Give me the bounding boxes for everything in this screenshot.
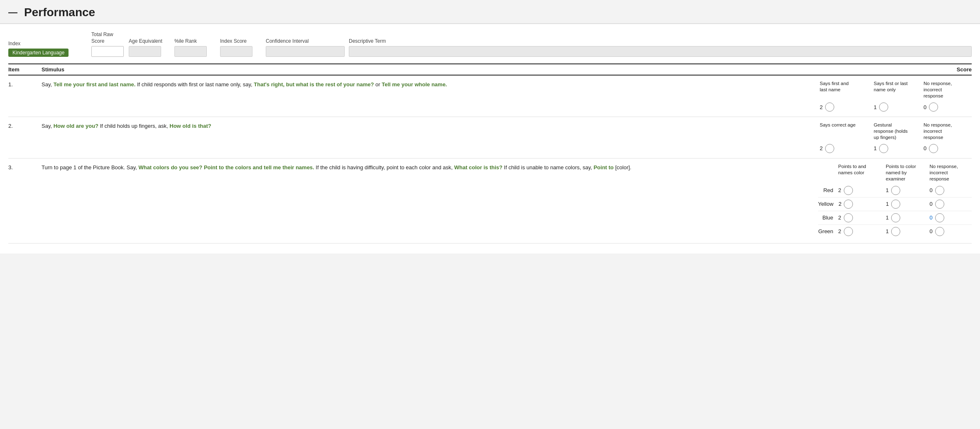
radio-blue-a[interactable]	[844, 213, 853, 222]
color-label-yellow: Yellow	[818, 201, 837, 207]
index-row: Index Kindergarten Language Total Raw Sc…	[8, 32, 972, 59]
stimulus-text: If child is unable to name colors, say,	[502, 164, 593, 171]
score-cell-3: Points to andnames color Points to color…	[818, 163, 972, 238]
age-equiv-label: Age Equivalent	[129, 38, 174, 45]
col-total-raw: Total Raw Score	[91, 32, 129, 57]
page-title: Performance	[24, 6, 95, 19]
score-opt-label-1b: Says first or lastname only	[872, 80, 922, 99]
score-num: 0	[924, 145, 926, 151]
radio-2b[interactable]	[879, 144, 888, 153]
score-num: 2	[838, 201, 841, 207]
score-val-green-c: 0	[928, 227, 972, 236]
col-index-score: Index Score	[220, 38, 266, 57]
col-descriptive: Descriptive Term	[349, 38, 972, 57]
stimulus-text: If the child is having difficulty, point…	[314, 164, 454, 171]
score-num: 2	[838, 187, 841, 193]
score-num: 0	[924, 104, 926, 110]
color-row-red: Red 2 1 0	[818, 184, 972, 197]
table-row: 1. Say, Tell me your first and last name…	[8, 76, 972, 117]
col-pctile: %ile Rank	[174, 38, 220, 57]
th-stimulus: Stimulus	[42, 66, 818, 73]
col-index: Index Kindergarten Language	[8, 41, 91, 57]
stimulus-bold-6: What colors do you see? Point to the col…	[138, 164, 314, 171]
score-num: 0	[930, 201, 933, 207]
score-num: 1	[874, 145, 877, 151]
radio-blue-b[interactable]	[891, 213, 900, 222]
score-opt-label-2c: No response,incorrectresponse	[922, 122, 972, 141]
score-val-yellow-b: 1	[884, 200, 928, 209]
stimulus-bold-8: Point to	[593, 164, 613, 171]
score-opt-label-1c: No response,incorrectresponse	[922, 80, 972, 99]
radio-yellow-a[interactable]	[844, 200, 853, 209]
radio-1c[interactable]	[929, 102, 938, 112]
score-val-2c: 0	[922, 144, 972, 153]
table-row: 3. Turn to page 1 of the Picture Book. S…	[8, 158, 972, 244]
stimulus-bold-2: That's right, but what is the rest of yo…	[254, 81, 374, 88]
score-opt-label-3b: Points to colornamed byexaminer	[884, 163, 928, 182]
radio-1b[interactable]	[879, 102, 888, 112]
stimulus-bold-5: How old is that?	[169, 123, 211, 129]
score-val-1a: 2	[818, 102, 872, 112]
score-num: 1	[886, 201, 889, 207]
stimulus-bold-1: Tell me your first and last name.	[54, 81, 136, 88]
stimulus-text: or	[374, 81, 382, 88]
index-label: Index	[8, 41, 91, 47]
radio-green-c[interactable]	[935, 227, 944, 236]
color-spacer	[818, 163, 837, 182]
th-item: Item	[8, 66, 42, 73]
col-age-equiv: Age Equivalent	[129, 38, 174, 57]
stimulus-text: If child responds with first or last nam…	[135, 81, 254, 88]
score-num: 1	[886, 187, 889, 193]
item-number-2: 2.	[8, 122, 42, 129]
score-val-green-b: 1	[884, 227, 928, 236]
radio-red-b[interactable]	[891, 186, 900, 195]
score-opt-label-3c: No response,incorrectresponse	[928, 163, 972, 182]
radio-1a[interactable]	[825, 102, 834, 112]
total-raw-input[interactable]	[91, 46, 124, 57]
score-val-1c: 0	[922, 102, 972, 112]
color-label-red: Red	[818, 187, 837, 193]
score-val-blue-b: 1	[884, 213, 928, 222]
stimulus-text: Say,	[42, 81, 54, 88]
score-opt-label-2a: Says correct age	[818, 122, 872, 141]
col-confidence: Confidence Interval	[266, 38, 349, 57]
total-raw-label: Total Raw Score	[91, 32, 129, 44]
score-opts-header: Says first andlast name Says first or la…	[818, 80, 972, 99]
index-tag[interactable]: Kindergarten Language	[8, 49, 69, 57]
radio-yellow-c[interactable]	[935, 200, 944, 209]
score-num: 2	[838, 228, 841, 234]
radio-red-c[interactable]	[935, 186, 944, 195]
radio-red-a[interactable]	[844, 186, 853, 195]
stimulus-2: Say, How old are you? If child holds up …	[42, 122, 818, 130]
radio-blue-c[interactable]	[935, 213, 944, 222]
score-opts-header-2: Says correct age Gesturalresponse (holds…	[818, 122, 972, 141]
radio-yellow-b[interactable]	[891, 200, 900, 209]
score-num: 2	[838, 214, 841, 221]
age-equiv-input	[129, 46, 161, 57]
radio-2c[interactable]	[929, 144, 938, 153]
score-val-yellow-c: 0	[928, 200, 972, 209]
index-score-input	[220, 46, 252, 57]
stimulus-bold-7: What color is this?	[454, 164, 502, 171]
color-row-blue: Blue 2 1 0	[818, 211, 972, 225]
stimulus-1: Say, Tell me your first and last name. I…	[42, 80, 818, 89]
confidence-label: Confidence Interval	[266, 38, 349, 45]
score-num: 1	[886, 214, 889, 221]
stimulus-3: Turn to page 1 of the Picture Book. Say,…	[42, 163, 818, 172]
item-number-3: 3.	[8, 163, 42, 171]
th-score: Score	[818, 66, 972, 73]
score-num: 0	[929, 214, 932, 221]
score-val-2a: 2	[818, 144, 872, 153]
stimulus-text: Turn to page 1 of the Picture Book. Say,	[42, 164, 138, 171]
score-val-green-a: 2	[837, 227, 884, 236]
descriptive-input	[349, 46, 972, 57]
score-num: 0	[929, 228, 932, 234]
radio-green-a[interactable]	[844, 227, 853, 236]
score-val-2b: 1	[872, 144, 922, 153]
score-val-red-a: 2	[837, 186, 884, 195]
radio-2a[interactable]	[825, 144, 834, 153]
pctile-label: %ile Rank	[174, 38, 220, 45]
score-opts-header-3: Points to andnames color Points to color…	[818, 163, 972, 182]
radio-green-b[interactable]	[891, 227, 900, 236]
table-header: Item Stimulus Score	[8, 63, 972, 76]
